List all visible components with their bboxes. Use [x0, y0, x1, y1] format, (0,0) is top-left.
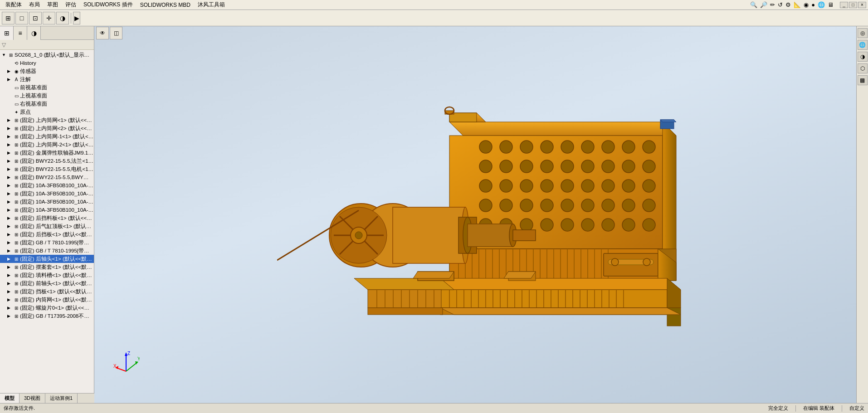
tree-item-comp-12[interactable]: ▶ ⊞ (固定) 后挡料板<1> (默认<<默认> [0, 214, 94, 222]
comp-19-expand[interactable]: ▶ [7, 273, 13, 277]
tree-item-comp-1[interactable]: ▶ ⊞ (固定) 上内筒网<2> (默认<<默认> [0, 124, 94, 132]
menu-layout[interactable]: 布局 [25, 0, 44, 10]
tree-item-top-plane[interactable]: ▭ 上视基准面 [0, 92, 94, 100]
comp-6-expand[interactable]: ▶ [7, 167, 13, 171]
tree-item-comp-13[interactable]: ▶ ⊞ (固定) 后气缸顶板<1> (默认<<默 [0, 222, 94, 230]
tab-model[interactable]: ⊞ [0, 26, 14, 40]
zoom-icon[interactable]: 🔎 [760, 1, 767, 8]
circle-icon[interactable]: ◉ [804, 1, 809, 8]
comp-22-expand[interactable]: ▶ [7, 297, 13, 302]
menu-sw-mbd[interactable]: SOLIDWORKS MBD [137, 1, 194, 9]
view-orient-btn[interactable]: ◫ [110, 27, 122, 39]
tree-item-comp-18[interactable]: ▶ ⊞ (固定) 摆案套<1> (默认<<默认> [0, 263, 94, 271]
search-icon[interactable]: 🔍 [750, 1, 757, 8]
tree-item-origin[interactable]: ✦ 原点 [0, 108, 94, 116]
tree-item-annotations[interactable]: ▶ A 注解 [0, 75, 94, 83]
right-icon-3[interactable]: ⬡ [858, 63, 868, 73]
right-icon-0[interactable]: ◎ [858, 28, 868, 38]
menu-assembly[interactable]: 装配体 [2, 0, 25, 10]
right-icon-1[interactable]: 🌐 [858, 40, 868, 50]
comp-11-expand[interactable]: ▶ [7, 208, 13, 212]
tree-item-right-plane[interactable]: ▭ 右视基准面 [0, 100, 94, 108]
tree-item-comp-2[interactable]: ▶ ⊞ (固定) 上内筒网-1<1> (默认<<默 [0, 132, 94, 141]
appearance-toolbar-btn[interactable]: ◑ [56, 12, 69, 24]
comp-20-expand[interactable]: ▶ [7, 281, 13, 286]
comp-3-expand[interactable]: ▶ [7, 142, 13, 147]
settings-icon[interactable]: ⚙ [785, 1, 791, 8]
comp-0-expand[interactable]: ▶ [7, 118, 13, 122]
comp-10-expand[interactable]: ▶ [7, 199, 13, 204]
menu-sw-plugins[interactable]: SOLIDWORKS 插件 [80, 0, 137, 10]
tree-item-comp-16[interactable]: ▶ ⊞ (固定) GB / T 7810-1995[带立式 [0, 247, 94, 255]
monitor-icon[interactable]: 🖥 [828, 1, 834, 8]
tab-model-bottom[interactable]: 模型 [0, 394, 20, 403]
comp-9-expand[interactable]: ▶ [7, 191, 13, 196]
tree-item-history[interactable]: ⟲ History [0, 59, 94, 67]
more-toolbar-btn[interactable]: ▶ [73, 12, 80, 24]
assembly-toolbar-btn[interactable]: ⊞ [2, 12, 15, 24]
undo-icon[interactable]: ↺ [778, 1, 783, 8]
open-toolbar-btn[interactable]: ⊡ [29, 12, 42, 24]
dot-icon[interactable]: ● [811, 1, 815, 8]
root-expand-arrow[interactable]: ▼ [2, 53, 7, 57]
tree-item-comp-9[interactable]: ▶ ⊞ (固定) 10A-3FB50B100_10A-3FB [0, 189, 94, 198]
comp-17-expand[interactable]: ▶ [7, 257, 13, 261]
tree-item-comp-17-selected[interactable]: ▶ ⊞ (固定) 后轴头<1> (默认<<默认> [0, 255, 94, 263]
display-style-btn[interactable]: 👁 [96, 27, 109, 39]
comp-24-expand[interactable]: ▶ [7, 314, 13, 318]
tree-item-comp-8[interactable]: ▶ ⊞ (固定) 10A-3FB50B100_10A-3FB [0, 181, 94, 189]
insert-toolbar-btn[interactable]: ✛ [43, 12, 55, 24]
comp-8-expand[interactable]: ▶ [7, 183, 13, 188]
comp-14-expand[interactable]: ▶ [7, 232, 13, 237]
tree-root-item[interactable]: ▼ ⊞ SO268_1_0 (默认<默认_显示状态-1> [0, 51, 94, 59]
menu-sketch[interactable]: 草图 [44, 0, 62, 10]
tree-item-comp-11[interactable]: ▶ ⊞ (固定) 10A-3FB50B100_10A-3FB [0, 206, 94, 214]
annotations-expand[interactable]: ▶ [7, 77, 13, 82]
comp-1-expand[interactable]: ▶ [7, 126, 13, 131]
feature-tree[interactable]: ▼ ⊞ SO268_1_0 (默认<默认_显示状态-1> ⟲ History ▶… [0, 50, 94, 398]
tree-item-comp-6[interactable]: ▶ ⊞ (固定) BWY22-15-5.5,电机<1> ( [0, 165, 94, 173]
close-button[interactable]: × [858, 2, 866, 8]
comp-15-expand[interactable]: ▶ [7, 240, 13, 245]
tree-item-comp-5[interactable]: ▶ ⊞ (固定) BWY22-15-5.5,法兰<1> ( [0, 157, 94, 165]
tree-item-comp-20[interactable]: ▶ ⊞ (固定) 前轴头<1> (默认<<默认> [0, 279, 94, 287]
tree-item-comp-4[interactable]: ▶ ⊞ (固定) 金属弹性联轴器JM9.1<1> [0, 149, 94, 157]
measure-icon[interactable]: 📐 [794, 1, 801, 8]
tree-item-comp-23[interactable]: ▶ ⊞ (固定) 螺旋片0<1> (默认<<默认> [0, 304, 94, 312]
comp-2-expand[interactable]: ▶ [7, 134, 13, 139]
right-icon-2[interactable]: ◑ [858, 52, 868, 62]
sensors-expand[interactable]: ▶ [7, 69, 13, 73]
restore-button[interactable]: □ [849, 2, 857, 8]
tree-item-comp-14[interactable]: ▶ ⊞ (固定) 后挡板<1> (默认<<默认> [0, 230, 94, 238]
tree-item-comp-7[interactable]: ▶ ⊞ (固定) BWY22-15-5.5,BWY单轴 [0, 173, 94, 181]
globe-icon[interactable]: 🌐 [818, 1, 825, 8]
viewport[interactable]: 👁 ◫ [94, 26, 868, 403]
tree-item-comp-10[interactable]: ▶ ⊞ (固定) 10A-3FB50B100_10A-3FB [0, 198, 94, 206]
tree-item-comp-21[interactable]: ▶ ⊞ (固定) 挡板<1> (默认<<默认>_显 [0, 287, 94, 296]
tab-motion-bottom[interactable]: 运动算例1 [45, 394, 78, 403]
minimize-button[interactable]: _ [840, 2, 848, 8]
tree-item-comp-15[interactable]: ▶ ⊞ (固定) GB / T 7810-1995[带立式 [0, 238, 94, 247]
comp-12-expand[interactable]: ▶ [7, 216, 13, 220]
menu-evaluate[interactable]: 评估 [62, 0, 80, 10]
menu-mufeng[interactable]: 沐风工具箱 [194, 0, 229, 10]
comp-16-expand[interactable]: ▶ [7, 248, 13, 253]
new-toolbar-btn[interactable]: □ [15, 12, 28, 24]
tree-item-comp-19[interactable]: ▶ ⊞ (固定) 填料槽<1> (默认<<默认> [0, 271, 94, 279]
comp-13-expand[interactable]: ▶ [7, 224, 13, 228]
tree-item-front-plane[interactable]: ▭ 前视基准面 [0, 83, 94, 92]
tab-appearance[interactable]: ◑ [27, 26, 41, 40]
tree-item-comp-22[interactable]: ▶ ⊞ (固定) 内筒网<1> (默认<<默认> [0, 296, 94, 304]
comp-18-expand[interactable]: ▶ [7, 265, 13, 269]
comp-7-expand[interactable]: ▶ [7, 175, 13, 180]
right-icon-4[interactable]: ▩ [858, 75, 868, 85]
tree-item-sensors[interactable]: ▶ ◉ 传感器 [0, 67, 94, 75]
comp-21-expand[interactable]: ▶ [7, 289, 13, 294]
comp-4-expand[interactable]: ▶ [7, 151, 13, 155]
tab-properties[interactable]: ≡ [14, 26, 27, 40]
comp-5-expand[interactable]: ▶ [7, 159, 13, 163]
comp-23-expand[interactable]: ▶ [7, 306, 13, 310]
tab-3dview-bottom[interactable]: 3D视图 [20, 394, 45, 403]
edit-icon[interactable]: ✏ [770, 1, 775, 8]
tree-item-comp-0[interactable]: ▶ ⊞ (固定) 上内筒网<1> (默认<<默认> [0, 116, 94, 124]
